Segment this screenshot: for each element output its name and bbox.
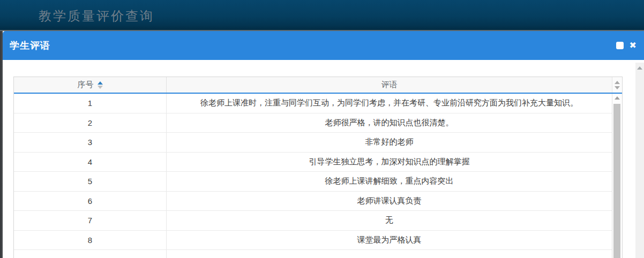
scroll-down-icon — [615, 86, 620, 89]
table-row[interactable]: 1徐老师上课准时，注重与同学们互动，为同学们考虑，并在考研、专业前沿研究方面为我… — [14, 94, 612, 113]
scroll-up-icon[interactable] — [637, 66, 642, 70]
dialog-body: 序号 评语 1徐老师上课准时，注重与同学们互动 — [3, 60, 644, 258]
scrollbar-thumb[interactable] — [613, 104, 620, 258]
close-icon[interactable]: ✖ — [630, 41, 636, 50]
column-header-comment: 评语 — [167, 77, 612, 93]
table-rows: 1徐老师上课准时，注重与同学们互动，为同学们考虑，并在考研、专业前沿研究方面为我… — [14, 94, 612, 258]
header-scrollbar-stub — [612, 77, 622, 93]
row-comment-cell: 无 — [167, 211, 612, 230]
table-row[interactable]: 5徐老师上课讲解细致，重点内容突出 — [14, 172, 612, 192]
row-number-cell: 2 — [14, 113, 167, 133]
row-number-cell: 6 — [14, 192, 167, 211]
table-row[interactable]: 8课堂最为严格认真 — [14, 231, 612, 251]
table-row[interactable]: 4引导学生独立思考，加深对知识点的理解掌握 — [14, 153, 612, 172]
row-comment-cell: 引导学生独立思考，加深对知识点的理解掌握 — [167, 153, 612, 172]
row-comment-cell: 老师很严格，讲的知识点也很清楚。 — [167, 113, 612, 133]
table-scrollbar[interactable] — [612, 94, 622, 258]
row-number-cell: 1 — [14, 94, 167, 113]
scroll-up-icon — [615, 81, 620, 84]
table-row — [14, 250, 612, 258]
column-header-no[interactable]: 序号 — [14, 77, 167, 93]
table-row[interactable]: 2老师很严格，讲的知识点也很清楚。 — [14, 113, 612, 133]
caret-down-icon — [98, 86, 103, 89]
row-number-cell: 4 — [14, 153, 167, 172]
row-comment-cell: 非常好的老师 — [167, 133, 612, 152]
row-number-cell: 3 — [14, 133, 167, 152]
row-comment-cell: 徐老师上课准时，注重与同学们互动，为同学们考虑，并在考研、专业前沿研究方面为我们… — [167, 94, 612, 113]
column-header-comment-label: 评语 — [381, 80, 398, 90]
row-comment-cell — [167, 250, 612, 258]
table-header-row: 序号 评语 — [14, 77, 622, 94]
maximize-icon[interactable] — [616, 42, 624, 49]
row-comment-cell: 徐老师上课讲解细致，重点内容突出 — [167, 172, 612, 191]
row-comment-cell: 课堂最为严格认真 — [167, 231, 612, 250]
scroll-up-icon[interactable] — [615, 96, 620, 100]
student-comments-dialog: 学生评语 ✖ 序号 评语 — [0, 31, 644, 258]
row-number-cell: 7 — [14, 211, 167, 230]
dialog-title: 学生评语 — [3, 31, 644, 60]
comments-table: 序号 评语 1徐老师上课准时，注重与同学们互动 — [13, 77, 623, 258]
table-row[interactable]: 6老师讲课认真负责 — [14, 192, 612, 211]
caret-up-icon — [98, 81, 103, 85]
row-number-cell: 8 — [14, 231, 167, 250]
app-title: 教学质量评价查询 — [39, 7, 154, 25]
table-row[interactable]: 3非常好的老师 — [14, 133, 612, 153]
column-header-no-label: 序号 — [78, 80, 94, 90]
table-row[interactable]: 7无 — [14, 211, 612, 231]
row-number-cell: 5 — [14, 172, 167, 191]
sort-icon[interactable] — [98, 81, 103, 89]
row-comment-cell: 老师讲课认真负责 — [167, 192, 612, 211]
dialog-header: 学生评语 ✖ — [3, 31, 644, 60]
row-number-cell — [14, 250, 167, 258]
top-app-bar: 教学质量评价查询 — [0, 0, 644, 30]
page-scrollbar[interactable] — [635, 63, 644, 258]
